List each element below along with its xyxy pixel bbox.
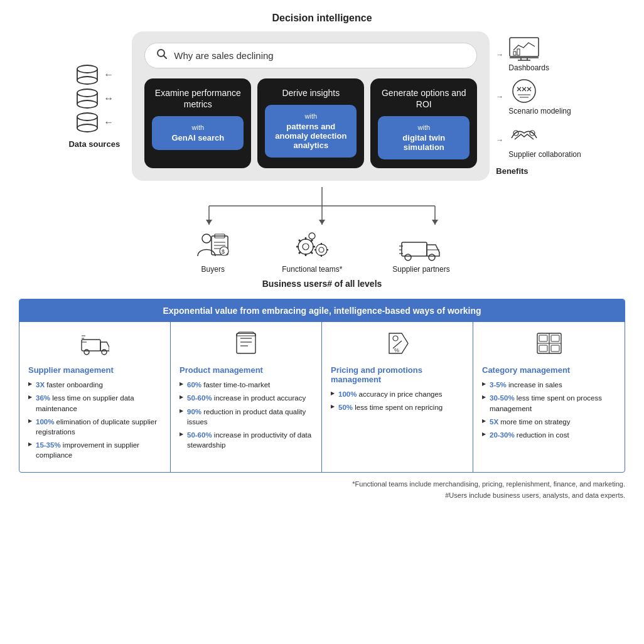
feature-digital-twin: digital twin simulation: [384, 133, 463, 152]
svg-line-55: [311, 252, 313, 254]
card-generate-title: Generate options and ROI: [378, 87, 470, 110]
business-users-row: $ Buyers: [194, 231, 449, 274]
cylinder-icon-2: [75, 88, 100, 109]
card-derive-title: Derive insights: [282, 87, 340, 99]
card-generate: Generate options and ROI with digital tw…: [370, 78, 477, 168]
data-source-item-2: ↔: [75, 88, 114, 109]
card-derive-feature: with patterns and anomaly detection anal…: [265, 105, 357, 158]
category-mgmt-icon: [482, 331, 616, 360]
buyers-item: $ Buyers: [194, 231, 232, 274]
scenario-icon: [508, 77, 540, 105]
functional-teams-item: Functional teams*: [282, 231, 342, 274]
svg-point-3: [77, 77, 97, 84]
svg-text:$: $: [222, 249, 225, 255]
middle-section: $ Buyers: [19, 187, 625, 289]
card-generate-feature: with digital twin simulation: [378, 116, 470, 159]
product-item-4: 50-60% increase in productivity of data …: [180, 430, 313, 450]
functional-teams-label: Functional teams*: [282, 265, 342, 274]
pricing-item-2: 50% less time spent on repricing: [331, 402, 464, 412]
svg-point-4: [77, 89, 97, 97]
bottom-header: Exponential value from embracing agile, …: [19, 299, 625, 322]
footnote-line1: *Functional teams include merchandising,…: [19, 479, 625, 490]
footnote-line2: #Users include business users, analysts,…: [19, 490, 625, 502]
category-mgmt-items: 3-5% increase in sales 30-50% less time …: [482, 380, 616, 439]
card-examine: Examine performance metrics with GenAI s…: [144, 78, 251, 168]
benefit-arrow-1: →: [496, 50, 503, 59]
benefits-column: → Dashboards: [496, 36, 581, 176]
category-management-col: Category management 3-5% increase in sal…: [473, 322, 625, 472]
category-item-4: 20-30% reduction in cost: [482, 430, 616, 440]
connector-svg: [134, 187, 510, 231]
svg-point-74: [102, 350, 107, 355]
supplier-partners-icon: [399, 231, 443, 262]
buyers-icon: $: [194, 231, 232, 262]
product-mgmt-icon: [180, 331, 313, 360]
card-examine-feature: with GenAI search: [152, 116, 244, 150]
business-users-title: Business users# of all levels: [262, 279, 382, 289]
category-item-3: 5X more time on strategy: [482, 417, 616, 427]
benefit-arrow-2: →: [496, 92, 503, 101]
cylinder-icon-1: [75, 64, 100, 85]
svg-line-54: [299, 240, 301, 242]
with-label-2: with: [271, 112, 350, 120]
supplier-management-col: Supplier management 3X faster onboarding…: [19, 322, 171, 472]
supplier-item-2: 36% less time on supplier data maintenan…: [28, 393, 161, 413]
svg-point-58: [309, 233, 315, 239]
svg-point-7: [77, 100, 97, 108]
svg-text:%: %: [394, 347, 399, 353]
cards-row: Examine performance metrics with GenAI s…: [144, 78, 477, 168]
supplier-partners-label: Supplier partners: [392, 265, 449, 274]
benefit-supplier-label: Supplier collaboration: [508, 150, 581, 159]
feature-genai: GenAI search: [158, 133, 237, 142]
svg-marker-38: [319, 220, 325, 225]
product-mgmt-title: Product management: [180, 365, 313, 375]
bottom-grid: Supplier management 3X faster onboarding…: [19, 322, 625, 472]
supplier-mgmt-icon: [28, 331, 161, 360]
pricing-icon-svg: %: [383, 331, 412, 356]
svg-point-21: [513, 80, 535, 102]
product-mgmt-items: 60% faster time-to-market 50-60% increas…: [180, 380, 313, 450]
page-title: Decision intelligence: [19, 13, 625, 24]
benefit-dashboards-label: Dashboards: [508, 63, 549, 72]
supplier-item-1: 3X faster onboarding: [28, 380, 161, 390]
svg-rect-72: [82, 340, 100, 351]
supplier-partners-item: Supplier partners: [392, 231, 449, 274]
benefit-scenario-label: Scenario modeling: [508, 107, 571, 115]
svg-point-0: [77, 65, 97, 73]
data-source-item-1: ←: [75, 64, 114, 85]
card-derive: Derive insights with patterns and anomal…: [257, 78, 364, 168]
svg-rect-89: [551, 335, 559, 341]
svg-point-73: [84, 350, 89, 355]
bottom-section: Exponential value from embracing agile, …: [19, 299, 625, 473]
svg-point-8: [77, 113, 97, 121]
product-management-col: Product management 60% faster time-to-ma…: [171, 322, 322, 472]
svg-line-13: [164, 56, 167, 59]
benefit-dashboards: → Dashboards: [496, 36, 549, 72]
arrow-2: ↔: [104, 93, 114, 104]
arrow-1: ←: [104, 69, 114, 80]
supplier-mgmt-title: Supplier management: [28, 365, 161, 375]
with-label-1: with: [158, 124, 237, 131]
svg-point-82: [393, 336, 398, 341]
svg-point-11: [77, 124, 97, 132]
svg-point-49: [303, 244, 309, 250]
benefit-supplier: → Supplier collaboration: [496, 121, 581, 159]
category-item-2: 30-50% less time spent on process manage…: [482, 393, 616, 413]
supplier-mgmt-items: 3X faster onboarding 36% less time on su…: [28, 380, 161, 460]
category-item-1: 3-5% increase in sales: [482, 380, 616, 390]
data-source-item-3: ←: [75, 112, 114, 133]
pricing-promo-items: 100% accuracy in price changes 50% less …: [331, 389, 464, 412]
cylinder-icon-3: [75, 112, 100, 133]
supplier-item-3: 100% elimination of duplicate supplier r…: [28, 417, 161, 437]
svg-line-56: [311, 240, 313, 242]
buyers-label: Buyers: [201, 265, 225, 274]
data-sources-column: ← ↔ ← Data sources: [63, 64, 126, 149]
benefits-label: Benefits: [496, 166, 528, 176]
svg-marker-37: [206, 220, 212, 225]
svg-rect-20: [517, 49, 520, 55]
with-label-3: with: [384, 124, 463, 131]
dashboards-icon: [508, 36, 540, 62]
card-examine-title: Examine performance metrics: [152, 87, 244, 110]
search-bar[interactable]: Why are sales declining: [144, 43, 477, 68]
svg-rect-91: [551, 345, 559, 352]
